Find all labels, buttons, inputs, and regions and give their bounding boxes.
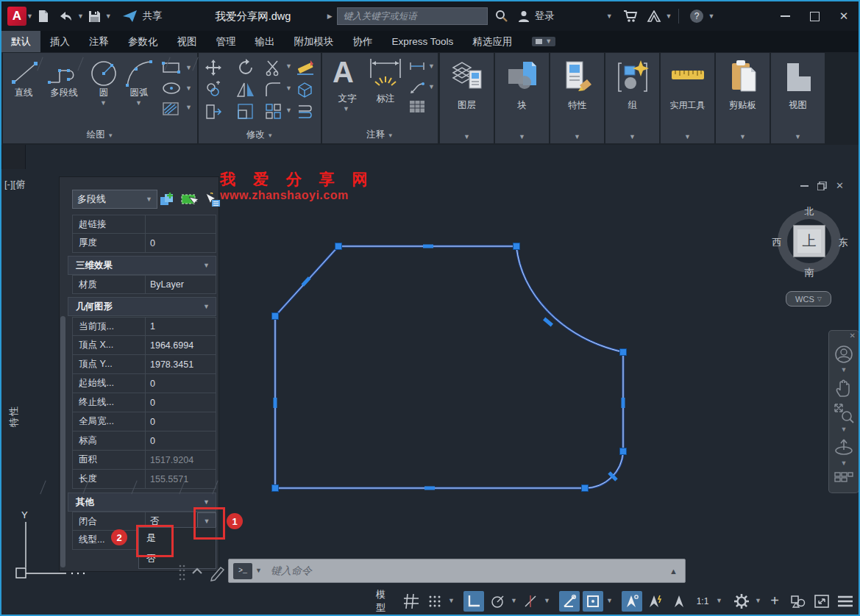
hatch-dropdown-icon[interactable]: ▼ [185,104,192,111]
workspace-dropdown-icon[interactable]: ▼ [755,598,761,604]
panel-clipboard-button[interactable]: 剪贴板 ▼ [716,53,770,143]
viewcube-south[interactable]: 南 [803,266,816,279]
arc-dropdown-icon[interactable]: ▼ [135,100,142,107]
annotation-visibility-icon[interactable] [622,591,642,612]
viewcube-west[interactable]: 西 [770,236,783,249]
erase-tool-icon[interactable] [296,59,315,76]
prop-row-current-vertex[interactable]: 当前顶...1 [72,317,216,336]
annotation-scale-icon[interactable] [669,591,689,612]
navbar-zoom-icon[interactable] [834,403,854,423]
logo-dropdown-icon[interactable]: ▼ [26,13,33,20]
rectangle-dropdown-icon[interactable]: ▼ [185,65,192,71]
panel-layers-button[interactable]: 图层 ▼ [440,53,494,143]
offset-tool-icon[interactable] [296,103,315,121]
login-dropdown-icon[interactable]: ▼ [606,13,613,20]
viewport-close-icon[interactable]: ✕ [836,180,844,191]
undo-dropdown-icon[interactable]: ▼ [77,13,84,20]
annotation-monitor-icon[interactable]: + [764,591,785,612]
snap-mode-icon[interactable] [424,591,445,612]
ribbon-tab-insert[interactable]: 插入 [40,31,79,52]
scale-dropdown-icon[interactable]: ▼ [716,598,722,604]
navbar-wheel-dropdown-icon[interactable]: ▼ [841,367,847,373]
panel-properties-button[interactable]: 特性 ▼ [550,53,604,143]
ribbon-tab-output[interactable]: 输出 [246,31,285,52]
array-dropdown-icon[interactable]: ▼ [285,107,292,114]
polar-dropdown-icon[interactable]: ▼ [511,598,517,604]
polar-tracking-icon[interactable] [487,591,508,612]
circle-tool-label[interactable]: 圆 [88,88,120,98]
leader-dropdown-icon[interactable]: ▼ [428,84,435,90]
text-dropdown-icon[interactable]: ▼ [343,106,349,112]
command-dropdown-icon[interactable]: ▼ [255,567,262,574]
isolate-objects-icon[interactable] [788,591,809,612]
maximize-button[interactable] [800,1,829,31]
prop-row-elevation[interactable]: 标高0 [72,431,216,451]
polyline-tool-icon[interactable] [46,60,81,87]
circle-dropdown-icon[interactable]: ▼ [100,100,107,107]
save-dropdown-icon[interactable]: ▼ [105,13,112,20]
quick-select-icon[interactable] [181,193,199,207]
panel-clipboard-dropdown-icon[interactable]: ▼ [739,134,746,140]
ribbon-tab-home[interactable]: 默认 [1,31,40,52]
dimension-tool-icon[interactable] [368,57,403,91]
prop-row-start-width[interactable]: 起始线...0 [72,374,216,393]
ribbon-tab-express[interactable]: Express Tools [383,31,463,52]
autodesk-logo-icon[interactable] [647,10,661,22]
navbar-zoom-dropdown-icon[interactable]: ▼ [841,426,847,433]
undo-icon[interactable] [58,11,73,21]
workspace-gear-icon[interactable] [731,591,752,612]
dimension-tool-label[interactable]: 标注 [368,94,403,104]
search-icon[interactable] [495,10,508,23]
arc-tool-label[interactable]: 圆弧 [121,88,157,98]
section-3d-effects[interactable]: 三维效果▼ [68,256,216,275]
scale-tool-icon[interactable] [237,103,255,121]
prop-row-hyperlink[interactable]: 超链接 [72,215,216,234]
panel-view-button[interactable]: 视图 ▼ [771,53,825,143]
share-label[interactable]: 共享 [143,10,163,23]
leader-icon[interactable] [409,81,425,94]
prop-row-global-width[interactable]: 全局宽...0 [72,412,216,431]
stretch-tool-icon[interactable] [205,103,222,121]
command-line[interactable]: >_ ▼ 键入命令 ▲ [228,559,686,583]
grid-display-icon[interactable] [401,591,422,612]
copy-tool-icon[interactable] [205,81,222,99]
ribbon-tab-featured[interactable]: 精选应用 [463,31,522,52]
annotation-scale-value[interactable]: 1:1 [692,591,713,612]
ribbon-tab-annotate[interactable]: 注释 [79,31,118,52]
ortho-mode-icon[interactable] [463,591,484,612]
select-objects-icon[interactable] [203,193,221,207]
prop-row-material[interactable]: 材质ByLayer [72,275,216,294]
ribbon-display-toggle[interactable]: ▼ [532,37,555,46]
navbar-pan-icon[interactable] [834,379,853,398]
circle-tool-icon[interactable] [88,57,120,90]
panel-draw-label[interactable]: 绘图 ▼ [3,129,197,141]
command-window-grip[interactable] [177,563,228,582]
section-geometry[interactable]: 几何图形▼ [68,297,216,316]
hatch-tool-icon[interactable] [162,101,180,116]
linear-dim-icon[interactable] [409,62,425,71]
object-type-select[interactable]: 多段线▼ [72,190,157,209]
object-snap-dropdown-icon[interactable]: ▼ [606,598,613,604]
line-tool-icon[interactable] [10,60,40,87]
extrude-tool-icon[interactable] [296,81,313,99]
text-tool-label[interactable]: 文字 [328,94,366,104]
model-space-button[interactable]: 模型 [372,591,398,612]
panel-utilities-button[interactable]: 实用工具 ▼ [661,53,714,143]
polyline-tool-label[interactable]: 多段线 [41,88,87,98]
ribbon-tab-addins[interactable]: 附加模块 [285,31,344,52]
table-icon[interactable] [409,100,425,113]
command-history-icon[interactable]: ▲ [669,567,678,576]
share-icon[interactable] [122,10,138,23]
snap-dropdown-icon[interactable]: ▼ [448,598,455,604]
mirror-tool-icon[interactable] [237,81,255,99]
ellipse-tool-icon[interactable] [162,82,181,95]
panel-view-dropdown-icon[interactable]: ▼ [795,134,801,140]
prop-row-thickness[interactable]: 厚度0 [72,234,216,253]
search-input[interactable] [337,7,488,25]
ribbon-tab-collaborate[interactable]: 协作 [344,31,383,52]
fillet-tool-icon[interactable] [265,81,282,99]
prop-row-end-width[interactable]: 终止线...0 [72,393,216,412]
panel-utilities-dropdown-icon[interactable]: ▼ [684,134,691,140]
text-tool-icon[interactable]: A [333,57,354,87]
rotate-tool-icon[interactable] [237,59,255,76]
